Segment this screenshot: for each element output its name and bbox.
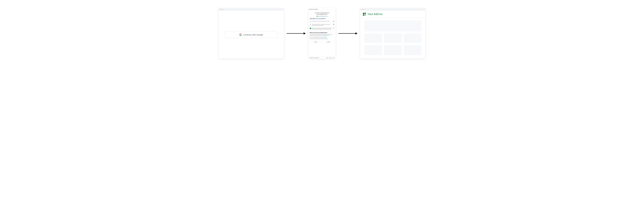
flow-arrow (338, 31, 358, 36)
person-icon (310, 21, 311, 22)
help-link[interactable]: Help (326, 57, 328, 58)
google-account-link[interactable]: Google Account (323, 35, 329, 36)
continue-button-label: Continue with Google (244, 34, 263, 36)
classroom-icon (310, 28, 311, 29)
scope-section-heading: Select what your Add-On can access (310, 18, 334, 19)
cancel-button[interactable]: Cancel (310, 41, 322, 43)
scope-text: See, create, and update its own attachme… (312, 28, 332, 30)
window-titlebar (360, 8, 426, 11)
terms-link[interactable]: Terms (332, 57, 334, 58)
scope-item: See your personal info, including any pe… (310, 23, 334, 27)
google-logo-icon (309, 9, 310, 10)
addon-logo-icon (363, 13, 366, 16)
consent-header-text: Sign in with Google (311, 9, 318, 10)
content-placeholder (404, 34, 422, 43)
continue-with-google-button[interactable]: Continue with Google (224, 31, 278, 38)
continue-button[interactable]: Continue (322, 41, 334, 43)
signin-window: Continue with Google (218, 8, 284, 59)
window-control-dot (220, 9, 221, 10)
privacy-link[interactable]: Privacy (329, 57, 332, 58)
scope-checkbox[interactable] (333, 24, 334, 25)
privacy-policy-link[interactable]: Privacy Policy (315, 38, 320, 39)
share-data-safely-link[interactable]: share data safely (320, 37, 326, 38)
window-control-dot (223, 9, 224, 10)
language-selector[interactable]: English (United States) (310, 57, 319, 58)
window-control-dot (221, 9, 222, 10)
content-placeholder (384, 45, 402, 55)
scope-text: See your personal info, including any pe… (312, 24, 332, 26)
addon-window: Your Add-on (360, 8, 426, 59)
window-control-dot (363, 9, 364, 10)
flow-arrow (286, 31, 306, 36)
window-control-dot (364, 9, 365, 10)
trust-body: You may be sharing sensitive info with t… (310, 34, 334, 36)
addon-title: Your Add-on (368, 13, 382, 16)
consent-footer: English (United States) Help Privacy Ter… (308, 57, 336, 59)
window-control-dot (362, 9, 362, 10)
learn-more-link[interactable]: Learn more (327, 29, 331, 30)
consent-user-chip[interactable]: user@schoolDomain.com (310, 16, 334, 17)
terms-of-service-link[interactable]: Terms of Service (322, 38, 328, 39)
google-logo-icon (239, 33, 242, 36)
scope-item: See, create, and update its own attachme… (310, 27, 334, 31)
consent-dialog: Sign in with Google Your Add-On! wants a… (308, 8, 336, 59)
policy-line: See Kahoot's Privacy Policy and Terms of… (310, 38, 334, 39)
scope-checkbox[interactable] (333, 21, 334, 22)
svg-point-2 (310, 21, 310, 22)
svg-point-3 (310, 24, 310, 25)
scope-text: Associate you with your personal info on… (312, 21, 332, 22)
svg-marker-5 (355, 32, 358, 35)
content-placeholder (384, 34, 402, 43)
svg-marker-1 (304, 32, 306, 35)
user-email: user@schoolDomain.com (318, 16, 328, 17)
share-safely-line: Learn how Google helps you share data sa… (310, 37, 334, 38)
content-placeholder (364, 34, 382, 43)
content-placeholder (364, 45, 382, 55)
scope-item: Associate you with your personal info on… (310, 20, 334, 23)
content-placeholder (364, 21, 422, 31)
consent-title: Your Add-On! wants access to your Google… (310, 12, 334, 15)
oauth-flow-diagram: Continue with Google Sign in with Google… (6, 8, 638, 59)
window-titlebar (218, 8, 284, 11)
chevron-down-icon (318, 58, 319, 58)
avatar-icon (316, 16, 318, 17)
addon-header: Your Add-on (360, 11, 426, 18)
content-placeholder (404, 45, 422, 55)
trust-heading: Make sure you trust the installed Add-On… (310, 32, 334, 33)
consent-header: Sign in with Google (308, 8, 336, 10)
person-icon (310, 24, 311, 25)
scope-checkbox[interactable] (333, 28, 334, 29)
